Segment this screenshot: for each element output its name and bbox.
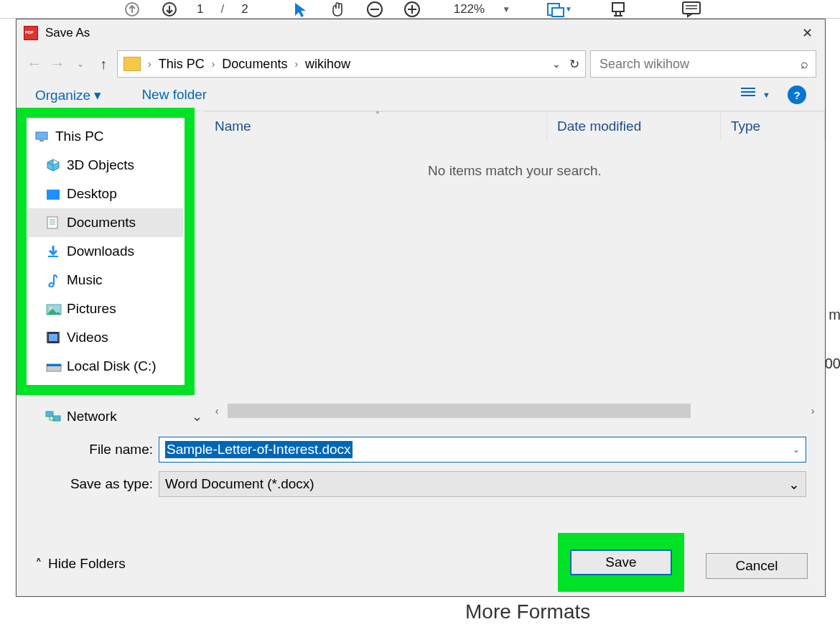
chevron-down-icon: ▼ bbox=[762, 90, 770, 99]
page-separator: / bbox=[220, 2, 224, 17]
svg-rect-24 bbox=[49, 334, 57, 341]
svg-point-22 bbox=[50, 307, 52, 310]
edge-fragment-2: 00 bbox=[825, 356, 840, 372]
zoom-level[interactable]: 122% bbox=[454, 2, 485, 17]
scroll-right-button[interactable]: › bbox=[805, 403, 821, 419]
tree-label: Desktop bbox=[67, 186, 117, 202]
tree-3d-objects[interactable]: 3D Objects bbox=[28, 151, 183, 180]
pdf-icon bbox=[24, 26, 38, 40]
network-icon bbox=[45, 410, 60, 423]
documents-icon bbox=[47, 216, 61, 229]
tree-label: Music bbox=[67, 272, 103, 288]
tree-pictures[interactable]: Pictures bbox=[28, 294, 183, 323]
view-mode-button[interactable]: ▼ bbox=[741, 88, 770, 102]
column-date[interactable]: Date modified bbox=[547, 112, 721, 140]
path-dropdown-icon[interactable]: ⌄ bbox=[552, 58, 561, 70]
scroll-left-button[interactable]: ‹ bbox=[209, 403, 225, 419]
recent-dropdown-icon[interactable]: ⌄ bbox=[71, 59, 90, 69]
tree-local-disk[interactable]: Local Disk (C:) bbox=[28, 352, 183, 381]
cube-icon bbox=[47, 159, 61, 172]
breadcrumb-bar[interactable]: › This PC › Documents › wikihow ⌄ ↻ bbox=[117, 50, 586, 78]
tree-downloads[interactable]: Downloads bbox=[28, 237, 183, 266]
tree-label: Videos bbox=[67, 330, 108, 345]
tree-label: Documents bbox=[67, 215, 136, 231]
column-type[interactable]: Type bbox=[721, 112, 825, 140]
zoom-in-icon[interactable] bbox=[402, 1, 422, 18]
horizontal-scrollbar[interactable]: ‹ › bbox=[205, 402, 825, 419]
zoom-out-icon[interactable] bbox=[365, 1, 385, 18]
refresh-button[interactable]: ↻ bbox=[569, 57, 579, 72]
help-button[interactable]: ? bbox=[788, 85, 806, 104]
save-button[interactable]: Save bbox=[570, 549, 672, 575]
cancel-button[interactable]: Cancel bbox=[706, 553, 808, 579]
tree-videos[interactable]: Videos bbox=[28, 323, 183, 352]
upload-icon[interactable] bbox=[122, 1, 142, 18]
search-icon[interactable]: ⌕ bbox=[801, 57, 808, 72]
search-box[interactable]: ⌕ bbox=[590, 50, 816, 78]
svg-rect-13 bbox=[36, 132, 47, 139]
page-total: 2 bbox=[241, 2, 248, 17]
tree-desktop[interactable]: Desktop bbox=[28, 180, 183, 208]
column-label: Name bbox=[215, 119, 251, 134]
svg-rect-15 bbox=[47, 190, 60, 200]
sort-indicator-icon: ˄ bbox=[375, 111, 380, 121]
cursor-icon[interactable] bbox=[290, 1, 310, 18]
breadcrumb-this-pc[interactable]: This PC bbox=[159, 57, 205, 72]
dialog-body: This PC 3D Objects Desktop Documents Dow… bbox=[17, 111, 825, 419]
download-icon[interactable] bbox=[159, 1, 179, 18]
tree-music[interactable]: Music bbox=[28, 266, 183, 294]
folder-icon bbox=[123, 57, 141, 71]
tree-this-pc[interactable]: This PC bbox=[28, 122, 183, 151]
collapse-chevron-icon[interactable]: ⌄ bbox=[192, 409, 202, 424]
column-label: Date modified bbox=[557, 119, 641, 134]
close-button[interactable]: ✕ bbox=[789, 19, 825, 46]
new-folder-button[interactable]: New folder bbox=[141, 87, 207, 103]
chevron-down-icon[interactable]: ⌄ bbox=[788, 476, 800, 493]
comment-icon[interactable] bbox=[681, 1, 701, 18]
tree-label: Network bbox=[67, 409, 117, 424]
breadcrumb-wikihow[interactable]: wikihow bbox=[305, 57, 350, 72]
file-name-input[interactable]: Sample-Letter-of-Interest.docx ⌄ bbox=[159, 437, 806, 463]
breadcrumb-documents[interactable]: Documents bbox=[222, 57, 287, 72]
svg-rect-9 bbox=[612, 3, 624, 11]
hide-folders-button[interactable]: ˄ Hide Folders bbox=[35, 556, 126, 572]
scroll-thumb[interactable] bbox=[228, 404, 691, 418]
page-current[interactable]: 1 bbox=[197, 2, 203, 17]
save-type-select[interactable]: Word Document (*.docx) ⌄ bbox=[159, 471, 806, 497]
tool-icon-1[interactable]: ▼ bbox=[549, 1, 569, 18]
save-type-row: Save as type: Word Document (*.docx) ⌄ bbox=[17, 467, 825, 501]
more-formats-text: More Formats bbox=[465, 600, 590, 623]
up-button[interactable]: ↑ bbox=[94, 56, 113, 73]
folder-tree[interactable]: This PC 3D Objects Desktop Documents Dow… bbox=[27, 118, 185, 385]
file-list-panel: Name˄ Date modified Type No items match … bbox=[205, 111, 825, 419]
download-icon bbox=[47, 245, 61, 258]
tree-network[interactable]: Network bbox=[45, 409, 117, 424]
dialog-footer: ˄ Hide Folders bbox=[17, 531, 825, 596]
videos-icon bbox=[47, 331, 61, 344]
zoom-dropdown-icon[interactable]: ▼ bbox=[502, 4, 510, 14]
tool-icon-2[interactable] bbox=[608, 1, 628, 18]
chevron-right-icon: › bbox=[294, 58, 298, 70]
desktop-icon bbox=[47, 187, 61, 200]
svg-rect-8 bbox=[552, 8, 564, 17]
hide-folders-label: Hide Folders bbox=[48, 556, 126, 572]
nav-row: ← → ⌄ ↑ › This PC › Documents › wikihow … bbox=[25, 49, 816, 79]
chevron-right-icon: › bbox=[212, 58, 215, 70]
dialog-title: Save As bbox=[45, 26, 90, 40]
organize-menu[interactable]: Organize ▾ bbox=[35, 87, 101, 103]
hand-icon[interactable] bbox=[327, 1, 347, 18]
search-input[interactable] bbox=[598, 56, 801, 73]
music-icon bbox=[47, 274, 61, 287]
file-name-label: File name: bbox=[35, 442, 159, 458]
tree-label: Local Disk (C:) bbox=[67, 358, 157, 374]
tree-highlight: This PC 3D Objects Desktop Documents Dow… bbox=[17, 108, 195, 395]
save-type-label: Save as type: bbox=[35, 476, 159, 492]
chevron-right-icon: › bbox=[148, 58, 151, 70]
tree-documents[interactable]: Documents bbox=[28, 208, 183, 237]
svg-rect-26 bbox=[58, 332, 60, 343]
column-label: Type bbox=[731, 119, 760, 134]
column-name[interactable]: Name˄ bbox=[205, 112, 547, 140]
chevron-down-icon[interactable]: ⌄ bbox=[793, 445, 800, 455]
back-button[interactable]: ← bbox=[25, 55, 44, 73]
svg-rect-16 bbox=[47, 217, 57, 228]
